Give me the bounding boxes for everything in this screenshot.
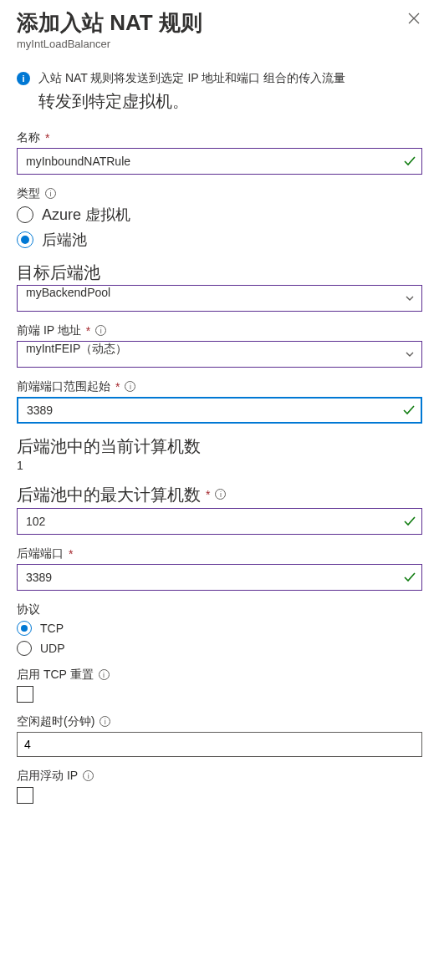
idle-timeout-input[interactable] (18, 738, 421, 751)
info-hint-icon[interactable]: i (45, 188, 56, 199)
info-hint-icon[interactable]: i (99, 669, 110, 680)
radio-icon (17, 621, 32, 636)
info-hint-icon[interactable]: i (215, 489, 226, 500)
frontend-ip-label: 前端 IP 地址 (17, 323, 81, 338)
protocol-label: 协议 (17, 602, 422, 617)
backend-port-label: 后端端口 (17, 546, 64, 561)
port-start-input-wrap[interactable] (17, 397, 422, 424)
type-option-backend-pool[interactable]: 后端池 (17, 230, 422, 250)
backend-port-input-wrap[interactable] (17, 564, 422, 591)
required-asterisk: * (86, 324, 90, 338)
frontend-ip-select[interactable]: myIntFEIP（动态） (17, 341, 422, 368)
close-icon[interactable] (407, 12, 422, 27)
name-label: 名称 (17, 130, 40, 145)
info-icon: i (17, 72, 30, 85)
info-text-line1: 入站 NAT 规则将发送到选定 IP 地址和端口 组合的传入流量 (38, 70, 345, 87)
max-machines-label: 后端池中的最大计算机数 (17, 484, 201, 505)
idle-timeout-label: 空闲超时(分钟) (17, 714, 94, 729)
max-machines-input-wrap[interactable] (17, 508, 422, 535)
protocol-option-tcp-label: TCP (40, 622, 64, 635)
max-machines-input[interactable] (18, 509, 398, 534)
info-hint-icon[interactable]: i (100, 716, 110, 727)
backend-port-input[interactable] (18, 565, 398, 590)
target-pool-value: myBackendPool (18, 286, 398, 311)
valid-check-icon (398, 515, 421, 528)
radio-icon (17, 206, 33, 223)
port-start-label: 前端端口范围起始 (17, 379, 110, 394)
protocol-option-udp[interactable]: UDP (17, 641, 422, 656)
name-input-wrap[interactable] (17, 148, 422, 175)
type-option-azure-vm-label: Azure 虚拟机 (42, 205, 130, 225)
required-asterisk: * (206, 488, 210, 501)
idle-timeout-input-wrap[interactable] (17, 732, 422, 757)
panel-subtitle: myIntLoadBalancer (17, 38, 422, 50)
chevron-down-icon (398, 293, 421, 303)
radio-icon (17, 231, 33, 248)
required-asterisk: * (115, 380, 120, 394)
valid-check-icon (398, 571, 421, 584)
current-machines-value: 1 (17, 459, 422, 472)
info-text-line2: 转发到特定虚拟机。 (38, 90, 422, 112)
port-start-input[interactable] (18, 399, 397, 422)
type-option-backend-pool-label: 后端池 (42, 230, 87, 250)
target-pool-label: 目标后端池 (17, 262, 422, 283)
type-option-azure-vm[interactable]: Azure 虚拟机 (17, 205, 422, 225)
info-hint-icon[interactable]: i (95, 325, 106, 336)
floating-ip-checkbox[interactable] (17, 787, 33, 804)
frontend-ip-value: myIntFEIP（动态） (18, 342, 398, 367)
panel-title: 添加入站 NAT 规则 (17, 8, 422, 38)
floating-ip-label: 启用浮动 IP (17, 769, 78, 784)
required-asterisk: * (69, 547, 73, 561)
radio-icon (17, 641, 32, 656)
tcp-reset-checkbox[interactable] (17, 686, 33, 703)
chevron-down-icon (398, 349, 421, 359)
name-input[interactable] (18, 149, 398, 174)
info-hint-icon[interactable]: i (125, 381, 135, 392)
info-hint-icon[interactable]: i (83, 770, 94, 781)
target-pool-select[interactable]: myBackendPool (17, 285, 422, 312)
protocol-option-tcp[interactable]: TCP (17, 621, 422, 636)
current-machines-label: 后端池中的当前计算机数 (17, 435, 422, 457)
valid-check-icon (398, 155, 421, 168)
tcp-reset-label: 启用 TCP 重置 (17, 668, 94, 683)
required-asterisk: * (45, 131, 49, 145)
type-label: 类型 (17, 186, 40, 201)
protocol-option-udp-label: UDP (40, 642, 65, 655)
valid-check-icon (397, 404, 421, 417)
